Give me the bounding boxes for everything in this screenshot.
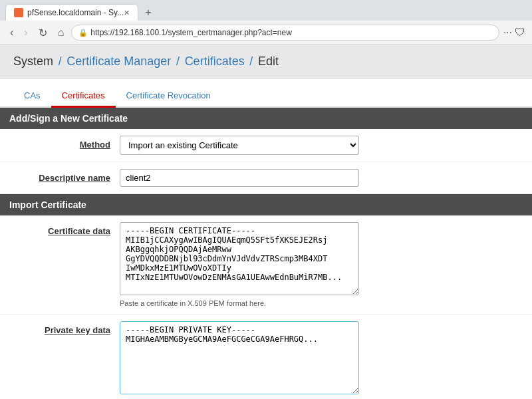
home-button[interactable]: ⌂: [55, 25, 68, 40]
breadcrumb: System / Certificate Manager / Certifica…: [0, 45, 532, 78]
breadcrumb-sep1: /: [59, 55, 62, 68]
cert-data-textarea[interactable]: -----BEGIN CERTIFICATE----- MIIB1jCCAXyg…: [120, 222, 359, 295]
breadcrumb-certificates[interactable]: Certificates: [185, 55, 245, 68]
method-select[interactable]: Import an existing Certificate Create an…: [120, 136, 359, 155]
import-section: Import Certificate Certificate data ----…: [0, 194, 532, 399]
tab-certificates[interactable]: Certificates: [51, 85, 116, 108]
descriptive-name-label: Descriptive name: [13, 169, 120, 183]
browser-chrome: pfSense.localdomain - Sy... ✕ + ‹ › ↻ ⌂ …: [0, 0, 532, 45]
new-tab-button[interactable]: +: [141, 5, 155, 20]
breadcrumb-sep2: /: [176, 55, 180, 68]
cert-data-label: Certificate data: [13, 222, 120, 236]
breadcrumb-edit: Edit: [258, 55, 279, 68]
breadcrumb-system: System: [13, 55, 53, 68]
forward-button[interactable]: ›: [21, 25, 31, 40]
nav-extra: ··· 🛡: [503, 27, 525, 39]
address-bar[interactable]: 🔒 https://192.168.100.1/system_certmanag…: [71, 25, 499, 41]
page-content: System / Certificate Manager / Certifica…: [0, 45, 532, 399]
more-options[interactable]: ···: [503, 27, 512, 39]
method-control: Import an existing Certificate Create an…: [120, 136, 519, 155]
add-section-header: Add/Sign a New Certificate: [0, 108, 532, 129]
method-row: Method Import an existing Certificate Cr…: [0, 129, 532, 162]
descriptive-name-row: Descriptive name: [0, 162, 532, 194]
cert-data-control: -----BEGIN CERTIFICATE----- MIIB1jCCAXyg…: [120, 222, 519, 307]
method-label: Method: [13, 136, 120, 150]
descriptive-name-input[interactable]: [120, 169, 359, 187]
add-sign-section: Add/Sign a New Certificate Method Import…: [0, 108, 532, 194]
private-key-label: Private key data: [13, 321, 120, 335]
private-key-textarea[interactable]: -----BEGIN PRIVATE KEY----- MIGHAeAMBMGB…: [120, 321, 359, 394]
cert-data-row: Certificate data -----BEGIN CERTIFICATE-…: [0, 215, 532, 315]
breadcrumb-cert-manager[interactable]: Certificate Manager: [66, 55, 171, 68]
tab-favicon: [14, 8, 23, 17]
back-button[interactable]: ‹: [7, 25, 17, 40]
cert-hint: Paste a certificate in X.509 PEM format …: [120, 299, 519, 307]
tab-cas[interactable]: CAs: [13, 85, 51, 108]
address-text: https://192.168.100.1/system_certmanager…: [90, 28, 491, 37]
active-tab[interactable]: pfSense.localdomain - Sy... ✕: [5, 4, 138, 21]
tab-certificate-revocation[interactable]: Certificate Revocation: [116, 85, 221, 108]
tab-bar: pfSense.localdomain - Sy... ✕ +: [0, 0, 532, 21]
shield-icon: 🛡: [515, 27, 525, 39]
reload-button[interactable]: ↻: [35, 25, 51, 41]
import-section-header: Import Certificate: [0, 194, 532, 215]
private-key-control: -----BEGIN PRIVATE KEY----- MIGHAeAMBMGB…: [120, 321, 519, 396]
lock-icon: 🔒: [78, 29, 88, 37]
tab-close-button[interactable]: ✕: [124, 9, 130, 17]
breadcrumb-sep3: /: [249, 55, 253, 68]
nav-bar: ‹ › ↻ ⌂ 🔒 https://192.168.100.1/system_c…: [0, 21, 532, 45]
page-tabs: CAs Certificates Certificate Revocation: [0, 78, 532, 108]
descriptive-name-control: [120, 169, 519, 187]
private-key-row: Private key data -----BEGIN PRIVATE KEY-…: [0, 315, 532, 399]
tab-title: pfSense.localdomain - Sy...: [27, 8, 124, 17]
